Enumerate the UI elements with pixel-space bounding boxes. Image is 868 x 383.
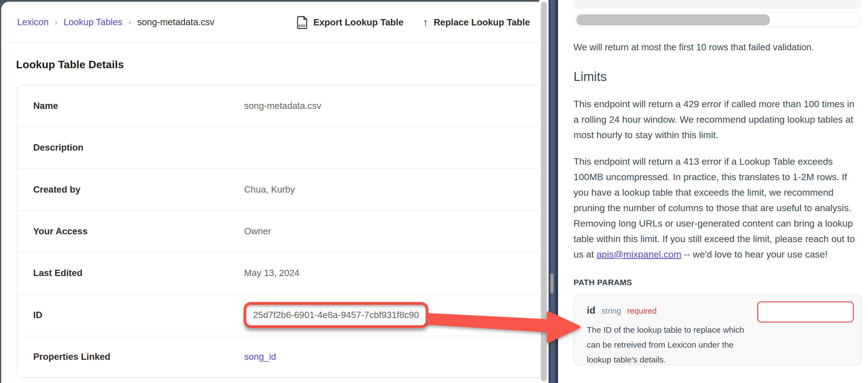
header-bar: Lexicon › Lookup Tables › song-metadata.… (2, 2, 539, 42)
path-param-card: id string required The ID of the lookup … (574, 294, 861, 365)
lexicon-window: Lexicon › Lookup Tables › song-metadata.… (0, 0, 558, 383)
detail-value: Owner (244, 226, 271, 237)
upload-arrow-icon: ↑ (423, 16, 428, 29)
toolbar: csv Export Lookup Table ↑ Replace Lookup… (297, 2, 530, 42)
detail-label: Properties Linked (33, 351, 244, 362)
background-window-scrollbar-thumb[interactable] (550, 274, 554, 293)
path-params-label: PATH PARAMS (574, 278, 855, 287)
detail-label: Name (33, 101, 244, 111)
id-highlight-annotation: 25d7f2b6-6901-4e8a-9457-7cbf931f8c90 (244, 302, 429, 328)
docs-content: We will return at most the first 10 rows… (558, 0, 868, 365)
detail-row-name: Name song-metadata.csv (17, 85, 539, 126)
linked-property-link[interactable]: song_id (244, 351, 276, 362)
param-description: The ID of the lookup table to replace wh… (587, 322, 755, 367)
detail-label: Created by (33, 184, 244, 195)
limits-paragraph-2: This endpoint will return a 413 error if… (574, 154, 861, 262)
detail-row-properties-linked: Properties Linked song_id (17, 336, 539, 378)
detail-row-description: Description (17, 126, 539, 168)
detail-value: song-metadata.csv (244, 101, 321, 111)
support-email-link[interactable]: apis@mixpanel.com (596, 249, 681, 259)
docs-horizontal-scrollbar[interactable] (574, 12, 861, 28)
code-block-bottom-edge (574, 0, 861, 9)
detail-label: ID (33, 310, 244, 320)
limits-heading: Limits (574, 69, 855, 84)
detail-row-created-by: Created by Chua, Kurby (17, 168, 539, 210)
lookup-table-id-value: 25d7f2b6-6901-4e8a-9457-7cbf931f8c90 (253, 310, 419, 320)
page-title: Lookup Table Details (16, 59, 124, 71)
lexicon-panel: Lexicon › Lookup Tables › song-metadata.… (2, 2, 539, 383)
replace-lookup-table-button[interactable]: ↑ Replace Lookup Table (423, 16, 530, 29)
left-panel-scrollbar-thumb[interactable] (541, 2, 547, 381)
docs-horizontal-scrollbar-thumb[interactable] (576, 14, 770, 26)
csv-file-icon: csv (297, 16, 308, 29)
detail-label: Description (33, 142, 244, 153)
breadcrumb-current-file: song-metadata.csv (137, 17, 215, 27)
limits-paragraph-1: This endpoint will return a 429 error if… (574, 96, 861, 143)
param-type: string (601, 307, 621, 316)
detail-row-last-edited: Last Edited May 13, 2024 (17, 252, 539, 294)
csv-icon-label: csv (299, 23, 306, 28)
window-divider (549, 0, 558, 383)
detail-label: Last Edited (33, 268, 244, 278)
screen: Lexicon › Lookup Tables › song-metadata.… (0, 0, 868, 383)
export-button-label: Export Lookup Table (313, 17, 404, 28)
detail-label: Your Access (33, 226, 244, 237)
breadcrumb-lookup-tables[interactable]: Lookup Tables (64, 17, 122, 27)
export-lookup-table-button[interactable]: csv Export Lookup Table (297, 16, 404, 29)
docs-intro-text: We will return at most the first 10 rows… (574, 41, 855, 54)
breadcrumb-separator-icon: › (128, 18, 131, 27)
detail-row-id: ID 25d7f2b6-6901-4e8a-9457-7cbf931f8c90 (17, 294, 539, 336)
param-id-input[interactable] (757, 302, 854, 322)
api-docs-panel: We will return at most the first 10 rows… (558, 0, 868, 383)
limits-paragraph-2-tail: -- we'd love to hear your use case! (681, 249, 828, 259)
param-name: id (587, 305, 595, 316)
detail-row-your-access: Your Access Owner (17, 210, 539, 252)
limits-paragraph-2-text: This endpoint will return a 413 error if… (574, 156, 855, 259)
param-required-badge: required (627, 307, 656, 316)
breadcrumb: Lexicon › Lookup Tables › song-metadata.… (17, 17, 215, 27)
breadcrumb-separator-icon: › (55, 18, 58, 27)
replace-button-label: Replace Lookup Table (434, 17, 530, 28)
breadcrumb-lexicon[interactable]: Lexicon (17, 17, 49, 27)
detail-value: May 13, 2024 (244, 268, 300, 278)
lookup-table-details-card: Name song-metadata.csv Description Creat… (17, 84, 539, 378)
left-panel-scrollbar[interactable] (539, 0, 549, 383)
detail-value: Chua, Kurby (244, 184, 295, 195)
